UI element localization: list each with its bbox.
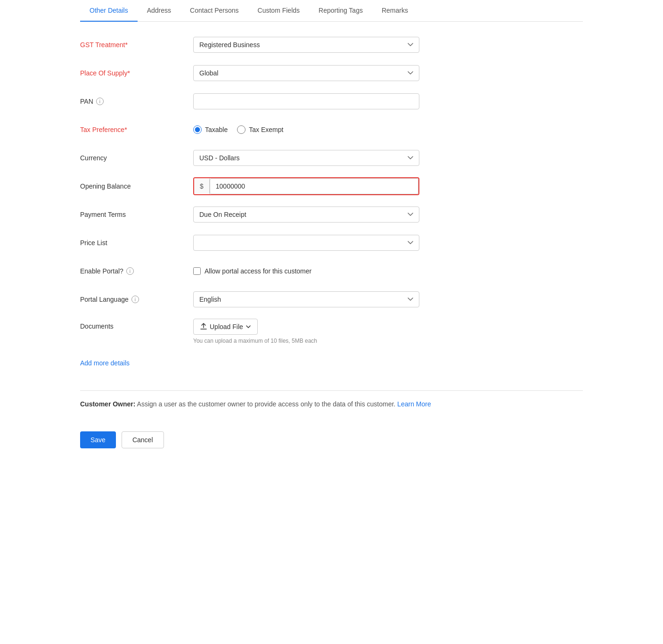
place-of-supply-select[interactable]: Global India [193,65,419,81]
customer-owner-section: Customer Owner: Assign a user as the cus… [80,400,583,408]
tab-bar: Other DetailsAddressContact PersonsCusto… [80,0,583,22]
form-other-details: GST Treatment* Registered Business Unreg… [80,36,583,448]
cancel-button[interactable]: Cancel [122,431,164,448]
tax-exempt-option[interactable]: Tax Exempt [237,125,283,134]
portal-language-info-icon: i [131,296,139,303]
upload-chevron-icon [246,325,251,328]
divider [80,390,583,391]
price-list-field [193,235,419,251]
payment-terms-label: Payment Terms [80,211,193,218]
price-list-row: Price List [80,234,583,252]
enable-portal-label: Enable Portal? i [80,267,193,275]
opening-balance-field-wrapper: $ [193,177,419,195]
pan-info-icon: i [96,98,104,105]
portal-language-row: Portal Language i English French Spanish… [80,290,583,308]
tab-other-details[interactable]: Other Details [80,0,138,22]
customer-owner-description: Assign a user as the customer owner to p… [137,400,396,408]
gst-treatment-select[interactable]: Registered Business Unregistered Busines… [193,37,419,53]
pan-field [193,93,419,109]
portal-language-select[interactable]: English French Spanish German [193,291,419,307]
place-of-supply-label: Place Of Supply* [80,69,193,77]
documents-row: Documents Upload File You can upload a m… [80,319,583,344]
portal-language-label: Portal Language i [80,296,193,303]
tax-exempt-radio[interactable] [237,125,246,134]
tax-preference-field: Taxable Tax Exempt [193,125,419,134]
tax-exempt-label: Tax Exempt [249,126,283,133]
currency-select[interactable]: USD - Dollars EUR - Euro GBP - Pounds [193,150,419,166]
enable-portal-checkbox-label[interactable]: Allow portal access for this customer [193,267,419,275]
currency-row: Currency USD - Dollars EUR - Euro GBP - … [80,149,583,167]
upload-file-label: Upload File [210,323,243,330]
upload-file-wrapper: Upload File [193,319,419,335]
documents-label: Documents [80,319,193,330]
taxable-label: Taxable [205,126,228,133]
tab-address[interactable]: Address [138,0,180,22]
upload-file-button[interactable]: Upload File [193,319,258,335]
enable-portal-row: Enable Portal? i Allow portal access for… [80,262,583,280]
tax-preference-row: Tax Preference* Taxable Tax Exempt [80,121,583,139]
learn-more-link[interactable]: Learn More [397,400,431,408]
documents-field: Upload File You can upload a maximum of … [193,319,419,344]
pan-label: PAN i [80,98,193,105]
place-of-supply-row: Place Of Supply* Global India [80,64,583,82]
taxable-radio[interactable] [193,125,202,134]
portal-language-field: English French Spanish German [193,291,419,307]
tax-preference-label: Tax Preference* [80,126,193,133]
enable-portal-checkbox-text: Allow portal access for this customer [205,267,311,275]
price-list-label: Price List [80,239,193,247]
tab-custom-fields[interactable]: Custom Fields [248,0,309,22]
add-more-details-link[interactable]: Add more details [80,359,130,367]
payment-terms-field: Due On Receipt Net 15 Net 30 Net 45 Net … [193,206,419,223]
upload-note: You can upload a maximum of 10 files, 5M… [193,338,419,344]
taxable-option[interactable]: Taxable [193,125,228,134]
gst-treatment-field: Registered Business Unregistered Busines… [193,37,419,53]
opening-balance-row: Opening Balance $ [80,177,583,195]
pan-input[interactable] [193,93,419,109]
tab-contact-persons[interactable]: Contact Persons [180,0,248,22]
price-list-select[interactable] [193,235,419,251]
opening-balance-input[interactable] [210,178,418,194]
enable-portal-info-icon: i [126,267,134,275]
action-buttons: Save Cancel [80,422,583,448]
pan-row: PAN i [80,92,583,110]
payment-terms-select[interactable]: Due On Receipt Net 15 Net 30 Net 45 Net … [193,206,419,223]
currency-symbol: $ [194,178,210,194]
upload-icon [200,323,207,330]
gst-treatment-label: GST Treatment* [80,41,193,49]
currency-field: USD - Dollars EUR - Euro GBP - Pounds [193,150,419,166]
enable-portal-field: Allow portal access for this customer [193,267,419,275]
currency-label: Currency [80,154,193,162]
tab-reporting-tags[interactable]: Reporting Tags [309,0,372,22]
gst-treatment-row: GST Treatment* Registered Business Unreg… [80,36,583,54]
save-button[interactable]: Save [80,431,116,448]
place-of-supply-field: Global India [193,65,419,81]
enable-portal-checkbox[interactable] [193,267,201,275]
tab-remarks[interactable]: Remarks [372,0,417,22]
payment-terms-row: Payment Terms Due On Receipt Net 15 Net … [80,206,583,223]
tax-preference-radio-group: Taxable Tax Exempt [193,125,419,134]
customer-owner-bold: Customer Owner: [80,400,135,408]
opening-balance-label: Opening Balance [80,182,193,190]
